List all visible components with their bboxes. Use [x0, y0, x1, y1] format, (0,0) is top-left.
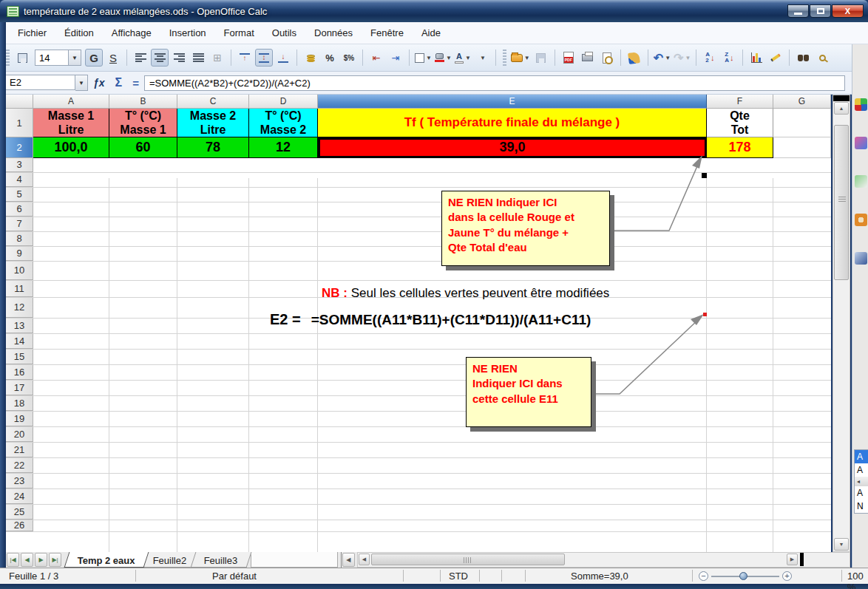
grid-row-15[interactable]: 15: [6, 350, 831, 365]
equals-icon[interactable]: =: [132, 77, 139, 89]
partial-list-item[interactable]: A: [855, 450, 868, 463]
column-header-E[interactable]: E: [318, 95, 707, 109]
first-sheet-icon[interactable]: |◀: [7, 553, 19, 567]
align-middle-button[interactable]: ↕: [255, 49, 273, 67]
row-header-24[interactable]: 24: [6, 489, 33, 504]
grid-row-3[interactable]: 3: [6, 158, 831, 173]
font-color-button[interactable]: A▼: [454, 49, 472, 67]
messenger-app-icon[interactable]: [855, 137, 867, 149]
row-header-20[interactable]: 20: [6, 427, 33, 442]
column-header-B[interactable]: B: [109, 95, 177, 109]
partial-list-item[interactable]: N: [855, 500, 868, 513]
sheet-tab-temp-2-eaux[interactable]: Temp 2 eaux: [64, 552, 149, 568]
cell-B1[interactable]: T° (°C) Masse 1: [109, 109, 177, 137]
next-sheet-icon[interactable]: ▶: [35, 553, 47, 567]
vertical-split-handle[interactable]: [833, 95, 850, 101]
row-header-10[interactable]: 10: [6, 262, 33, 280]
partial-list-item[interactable]: A: [855, 486, 868, 500]
grid-row-25[interactable]: 25: [6, 505, 831, 520]
cell-D2[interactable]: 12: [249, 137, 318, 158]
align-center-button[interactable]: [151, 49, 169, 67]
cube-app-icon[interactable]: [855, 98, 867, 111]
zoom-level-field[interactable]: 100 %: [847, 571, 868, 589]
grid-row-14[interactable]: 14: [6, 334, 831, 350]
grid-row-20[interactable]: 20: [6, 427, 831, 443]
background-color-button[interactable]: ▼: [434, 49, 452, 67]
column-header-G[interactable]: G: [773, 95, 831, 109]
partial-list-item[interactable]: A: [855, 463, 868, 477]
select-all-corner[interactable]: [6, 95, 33, 109]
grid-row-6[interactable]: 6: [6, 202, 831, 217]
photos-app-icon[interactable]: [855, 175, 867, 188]
column-header-C[interactable]: C: [177, 95, 249, 109]
grid-row-24[interactable]: 24: [6, 489, 831, 505]
cell-B2[interactable]: 60: [109, 137, 177, 158]
function-wizard-icon[interactable]: ƒx: [93, 77, 105, 89]
toolbar-grip[interactable]: [6, 50, 10, 66]
format-paintbrush-button[interactable]: [625, 49, 643, 67]
name-box-dropdown-icon[interactable]: ▼: [75, 75, 88, 91]
page-style-field[interactable]: Par défaut: [212, 571, 257, 582]
close-button[interactable]: X: [832, 4, 864, 18]
export-pdf-button[interactable]: PDF: [560, 49, 577, 67]
row-header-14[interactable]: 14: [6, 334, 33, 349]
horizontal-scrollbar[interactable]: ◀ ▶: [357, 552, 850, 568]
hscroll-right-icon[interactable]: ▶: [787, 554, 798, 565]
compass-app-icon[interactable]: [855, 214, 867, 226]
menu-édition[interactable]: Édition: [57, 24, 101, 41]
vertical-scroll-thumb[interactable]: [834, 125, 849, 280]
scroll-left-icon[interactable]: ◀: [342, 553, 355, 567]
row-header-8[interactable]: 8: [6, 232, 33, 246]
partial-list-item[interactable]: ◂: [855, 477, 868, 486]
cell-C2[interactable]: 78: [177, 137, 249, 158]
column-header-D[interactable]: D: [249, 95, 318, 109]
last-sheet-icon[interactable]: ▶|: [49, 553, 61, 567]
menu-affichage[interactable]: Affichage: [104, 24, 159, 41]
percent-format-button[interactable]: %: [321, 49, 339, 67]
borders-button[interactable]: ▼: [414, 49, 433, 67]
grid-row-8[interactable]: 8: [6, 232, 831, 247]
row-header-26[interactable]: 26: [6, 520, 33, 531]
grid-row-9[interactable]: 9: [6, 247, 831, 262]
cell-E1[interactable]: Tf ( Température finale du mélange ): [318, 109, 707, 137]
zoom-button[interactable]: [813, 49, 831, 67]
font-size-input[interactable]: [35, 50, 69, 66]
cell-C1[interactable]: Masse 2 Litre: [177, 109, 249, 137]
cell-G2[interactable]: [773, 137, 831, 158]
row-header-3[interactable]: 3: [6, 158, 33, 172]
grid-row-17[interactable]: 17: [6, 381, 831, 396]
row-header-25[interactable]: 25: [6, 505, 33, 520]
redo-button[interactable]: ↷▼: [673, 49, 691, 67]
vertical-scrollbar[interactable]: ▲ ▼: [833, 95, 850, 552]
grid-row-16[interactable]: 16: [6, 365, 831, 381]
toolbar-grip[interactable]: [503, 50, 506, 66]
scroll-up-icon[interactable]: ▲: [834, 102, 849, 115]
insert-chart-button[interactable]: [747, 49, 765, 67]
grid-row-21[interactable]: 21: [6, 443, 831, 458]
print-preview-button[interactable]: [598, 49, 616, 67]
toolbar-overflow-button[interactable]: ▼: [473, 49, 491, 67]
sheet-tab-feuille3[interactable]: Feuille3: [191, 552, 251, 568]
minimize-button[interactable]: [787, 4, 809, 18]
styles-button[interactable]: [13, 49, 31, 67]
row-header-16[interactable]: 16: [6, 365, 33, 380]
cell-F1[interactable]: Qte Tot: [707, 109, 773, 137]
row-header-21[interactable]: 21: [6, 443, 33, 457]
sort-ascending-button[interactable]: A2 ↓: [701, 49, 719, 67]
row-header-1[interactable]: 1: [6, 109, 33, 137]
row-header-9[interactable]: 9: [6, 247, 33, 261]
cell-F2[interactable]: 178: [707, 137, 773, 158]
row-header-6[interactable]: 6: [6, 202, 33, 217]
sum-icon[interactable]: Σ: [115, 76, 123, 89]
find-replace-button[interactable]: [794, 49, 812, 67]
show-draw-functions-button[interactable]: [767, 49, 784, 67]
horizontal-scroll-thumb[interactable]: [371, 554, 565, 565]
grid-row-10[interactable]: 10: [6, 262, 831, 281]
align-right-button[interactable]: [170, 49, 188, 67]
row-header-18[interactable]: 18: [6, 396, 33, 411]
fx-app-icon[interactable]: [855, 252, 867, 265]
currency-format-button[interactable]: [302, 49, 319, 67]
row-header-5[interactable]: 5: [6, 188, 33, 202]
row-header-7[interactable]: 7: [6, 217, 33, 231]
grid-row-7[interactable]: 7: [6, 217, 831, 232]
